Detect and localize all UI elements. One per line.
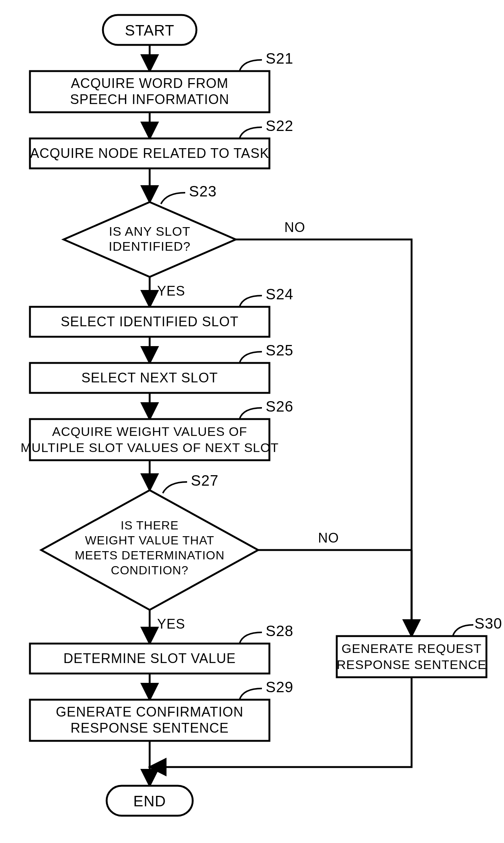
s23-label: S23 bbox=[189, 183, 217, 199]
s30-line1: GENERATE REQUEST bbox=[342, 641, 482, 656]
s26-label: S26 bbox=[266, 398, 293, 415]
s27-leader bbox=[163, 482, 187, 493]
s25-line1: SELECT NEXT SLOT bbox=[82, 370, 218, 385]
s30-line2: RESPONSE SENTENCE bbox=[337, 657, 487, 672]
end-label: END bbox=[133, 793, 166, 809]
s29-leader bbox=[239, 688, 262, 700]
s30-label: S30 bbox=[474, 615, 502, 632]
s21-label: S21 bbox=[266, 50, 293, 67]
s21-leader bbox=[239, 60, 262, 71]
s28-leader bbox=[239, 632, 262, 644]
s24-label: S24 bbox=[266, 286, 293, 302]
s23-no-label: NO bbox=[284, 220, 305, 235]
s25-box: SELECT NEXT SLOT S25 bbox=[30, 342, 293, 393]
s25-leader bbox=[239, 352, 262, 363]
s22-line1: ACQUIRE NODE RELATED TO TASK bbox=[30, 146, 269, 161]
s21-line2: SPEECH INFORMATION bbox=[70, 92, 229, 107]
s26-line1: ACQUIRE WEIGHT VALUES OF bbox=[52, 424, 247, 439]
end-terminator: END bbox=[107, 786, 193, 816]
s24-line1: SELECT IDENTIFIED SLOT bbox=[61, 314, 238, 329]
start-label: START bbox=[125, 22, 174, 39]
s23-yes-label: YES bbox=[157, 283, 185, 299]
flowchart: START ACQUIRE WORD FROM SPEECH INFORMATI… bbox=[0, 0, 504, 843]
s26-box: ACQUIRE WEIGHT VALUES OF MULTIPLE SLOT V… bbox=[21, 398, 293, 460]
s21-box: ACQUIRE WORD FROM SPEECH INFORMATION S21 bbox=[30, 50, 293, 112]
s29-line1: GENERATE CONFIRMATION bbox=[56, 704, 244, 720]
s26-line2: MULTIPLE SLOT VALUES OF NEXT SLOT bbox=[21, 440, 279, 455]
s25-label: S25 bbox=[266, 342, 293, 358]
s28-line1: DETERMINE SLOT VALUE bbox=[64, 651, 236, 666]
s29-box: GENERATE CONFIRMATION RESPONSE SENTENCE … bbox=[30, 679, 293, 741]
s21-line1: ACQUIRE WORD FROM bbox=[71, 76, 229, 91]
s24-leader bbox=[239, 296, 262, 307]
s23-line1: IS ANY SLOT bbox=[109, 224, 190, 238]
s27-line3: MEETS DETERMINATION bbox=[75, 549, 225, 562]
s27-label: S27 bbox=[191, 472, 219, 489]
s22-box: ACQUIRE NODE RELATED TO TASK S22 bbox=[30, 117, 293, 168]
s27-line1: IS THERE bbox=[121, 519, 179, 532]
s30-box: GENERATE REQUEST RESPONSE SENTENCE S30 bbox=[337, 615, 502, 677]
s27-decision: IS THERE WEIGHT VALUE THAT MEETS DETERMI… bbox=[41, 472, 258, 610]
s29-label: S29 bbox=[266, 679, 293, 695]
s27-line4: CONDITION? bbox=[111, 563, 188, 577]
s28-label: S28 bbox=[266, 623, 293, 639]
s23-leader bbox=[161, 193, 185, 204]
s22-label: S22 bbox=[266, 117, 293, 134]
s27-no-label: NO bbox=[318, 530, 339, 546]
s23-line2: IDENTIFIED? bbox=[109, 239, 191, 253]
s26-leader bbox=[239, 408, 262, 419]
s29-line2: RESPONSE SENTENCE bbox=[70, 720, 229, 736]
start-terminator: START bbox=[103, 15, 196, 45]
s30-leader bbox=[453, 625, 473, 636]
s27-yes-label: YES bbox=[157, 616, 185, 632]
s27-line2: WEIGHT VALUE THAT bbox=[85, 534, 214, 547]
s22-leader bbox=[239, 127, 262, 138]
